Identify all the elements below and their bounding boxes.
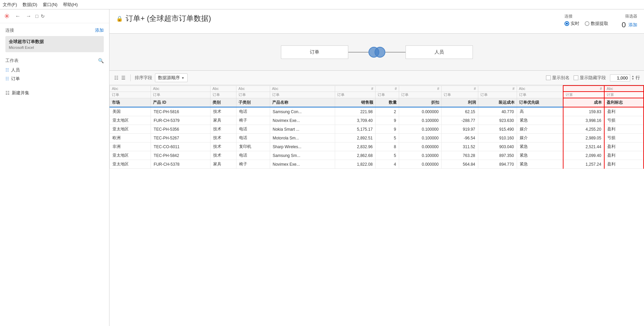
table-cell: 盈利 [604,151,644,160]
table-cell: 家具 [210,160,236,169]
table-cell: 3,998.16 [563,116,604,125]
colname-profit-flag[interactable]: 盈利标志 [604,98,644,107]
filter-add-link[interactable]: 添加 [629,22,637,28]
rows-input[interactable] [610,74,630,82]
table-cell: Novimex Exe... [270,160,335,169]
table-cell: TEC-PH-5267 [151,134,210,142]
left-table-box[interactable]: 订单 [281,45,348,59]
connection-label: 连接 [5,27,14,33]
colname-subcategory[interactable]: 子类别 [236,98,270,107]
lock-icon: 🔒 [116,15,123,22]
type-profit-flag: Abc [604,86,644,92]
join-diagram: 订单 人员 [281,45,473,59]
colname-shipping[interactable]: 装运成本 [478,98,517,107]
table-cell: 2,892.51 [335,134,376,142]
table-cell: 亚太地区 [110,116,151,125]
right-table-label: 人员 [434,49,444,55]
type-shipping: # [478,86,517,92]
source-discount: 订单 [399,92,442,98]
page-title: 订单+ (全球超市订单数据) [126,13,211,24]
worksheet-item-orders[interactable]: ☷ 订单 [5,74,104,83]
table-icon-personnel: ☷ [5,68,9,72]
connection-item[interactable]: 全球超市订单数据 Microsoft Excel [5,36,104,52]
table-cell: 技术 [210,125,236,134]
colname-product-name[interactable]: 产品名称 [270,98,335,107]
data-table-container[interactable]: Abc Abc Abc Abc Abc # # # # # Abc # [109,85,644,326]
table-cell: 非洲 [110,142,151,151]
app-container: ✳ ← → □ ↻ 连接 添加 全球超市订单数据 Microsoft Excel… [0,9,644,326]
colname-priority[interactable]: 订单优先级 [517,98,563,107]
colname-product-id[interactable]: 产品 ID [151,98,210,107]
connection-type-section: 连接 实时 数据提取 [565,13,608,27]
table-cell: 919.97 [442,125,478,134]
type-discount: # [399,86,442,92]
table-cell: 电话 [236,134,270,142]
colname-sales[interactable]: 销售额 [335,98,376,107]
source-market: 订单 [110,92,151,98]
alias-checkbox-box[interactable] [546,75,551,80]
table-cell: TEC-PH-5356 [151,125,210,134]
colname-qty[interactable]: 数量 [376,98,399,107]
table-cell: 923.630 [478,116,517,125]
rows-down-arrow[interactable]: ▼ [632,78,634,80]
sort-dropdown[interactable]: 数据源顺序 ▼ [155,73,188,82]
colname-discount[interactable]: 折扣 [399,98,442,107]
col-source-row: 订单 订单 订单 订单 订单 订单 订单 订单 订单 订单 订单 计算 [110,92,644,98]
alias-checkbox[interactable]: 显示别名 [546,75,570,81]
new-union-button[interactable]: ☷ 新建并集 [5,89,104,97]
table-cell: Nokia Smart ... [270,125,335,134]
type-subcategory: Abc [236,86,270,92]
colname-cost[interactable]: 成本 [563,98,604,107]
table-cell: 0.100000 [399,125,442,134]
table-cell: -96.54 [442,134,478,142]
table-cell: 763.28 [442,151,478,160]
extract-radio[interactable] [585,21,589,26]
join-line-left [348,52,368,53]
hidden-checkbox-box[interactable] [574,75,578,80]
table-cell: 椅子 [236,116,270,125]
join-circles[interactable] [368,47,385,58]
menu-item-file[interactable]: 文件(F) [3,2,17,8]
right-table-box[interactable]: 人员 [406,45,473,59]
menu-item-data[interactable]: 数据(D) [23,2,37,8]
table-cell: 9 [376,116,399,125]
sort-dropdown-arrow: ▼ [181,76,185,80]
table-row: 欧洲TEC-PH-5267技术电话Motorola Sm...2,892.515… [110,134,644,142]
new-union-label: 新建并集 [12,90,29,96]
menu-item-help[interactable]: 帮助(H) [63,2,78,8]
table-cell: 0.100000 [399,151,442,160]
worksheet-search-icon[interactable]: 🔍 [98,58,104,63]
colname-profit[interactable]: 利润 [442,98,478,107]
colname-market[interactable]: 市场 [110,98,151,107]
realtime-option[interactable]: 实时 [565,21,579,27]
refresh-button[interactable]: ↻ [41,13,45,19]
list-view-icon[interactable]: ☰ [121,74,126,81]
hidden-checkbox[interactable]: 显示隐藏字段 [574,75,606,81]
table-cell: 1,257.24 [563,160,604,169]
menu-item-window[interactable]: 窗口(N) [43,2,58,8]
table-cell: 技术 [210,107,236,116]
table-cell: 媒介 [517,125,563,134]
new-union-section: ☷ 新建并集 [0,86,109,100]
back-button[interactable]: ← [14,12,22,20]
save-button[interactable]: □ [35,13,38,19]
colname-category[interactable]: 类别 [210,98,236,107]
extract-label: 数据提取 [591,21,608,27]
rows-label: 行 [636,75,640,81]
worksheet-item-personnel[interactable]: ☷ 人员 [5,66,104,74]
grid-view-icon[interactable]: ☷ [114,74,119,81]
extract-option[interactable]: 数据提取 [585,21,608,27]
worksheet-personnel-label: 人员 [11,67,20,73]
table-cell: 亚太地区 [110,160,151,169]
join-area: 订单 人员 [109,34,644,71]
forward-button[interactable]: → [25,12,33,20]
table-cell: 电话 [236,151,270,160]
header-right: 连接 实时 数据提取 筛选器 0 [565,13,637,29]
table-cell: 903.040 [478,142,517,151]
table-cell: 2,521.44 [563,142,604,151]
connection-section: 连接 添加 全球超市订单数据 Microsoft Excel [0,23,109,55]
header-title-area: 🔒 订单+ (全球超市订单数据) [116,13,211,24]
realtime-radio[interactable] [565,21,569,26]
add-connection-link[interactable]: 添加 [95,27,104,33]
table-cell: 紧急 [517,142,563,151]
